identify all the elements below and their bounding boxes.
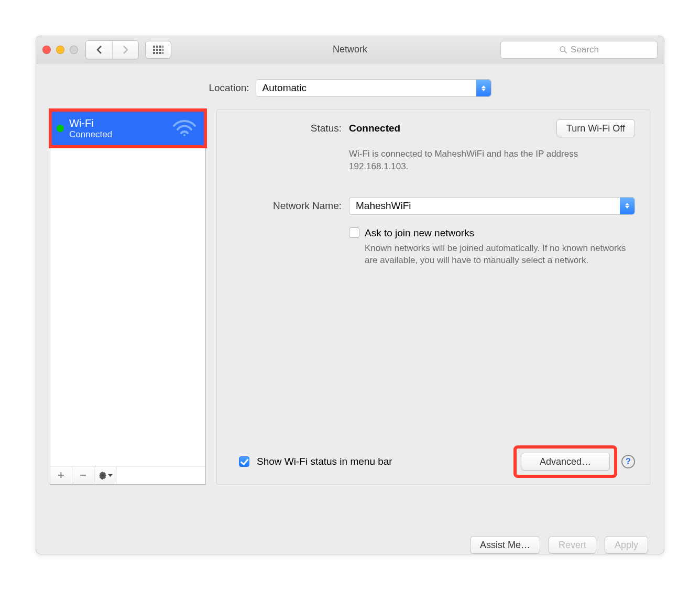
status-label: Status:	[225, 119, 349, 134]
location-row: Location: Automatic	[36, 63, 664, 110]
svg-rect-8	[153, 52, 155, 54]
help-button[interactable]: ?	[621, 455, 635, 468]
show-status-checkbox[interactable]	[239, 456, 249, 467]
search-placeholder: Search	[571, 45, 599, 55]
location-label: Location:	[209, 82, 249, 94]
network-name-label: Network Name:	[225, 197, 349, 212]
main-area: Wi-Fi Connected + −	[36, 110, 664, 526]
ask-join-label: Ask to join new networks	[365, 227, 635, 239]
status-dot-icon	[57, 125, 64, 132]
svg-rect-5	[156, 49, 158, 51]
svg-marker-16	[108, 474, 113, 476]
forward-button[interactable]	[112, 41, 138, 59]
svg-rect-11	[162, 52, 163, 54]
zoom-window-button[interactable]	[70, 46, 78, 54]
status-row: Status: Connected Turn Wi-Fi Off Wi-Fi i…	[225, 119, 635, 173]
apply-button[interactable]: Apply	[605, 536, 648, 554]
status-detail: Wi-Fi is connected to MaheshWiFi and has…	[349, 145, 635, 173]
svg-rect-3	[162, 46, 163, 48]
svg-point-12	[560, 47, 565, 51]
svg-rect-1	[156, 46, 158, 48]
ask-join-checkbox[interactable]	[349, 227, 359, 238]
sidebar-toolbar: + −	[50, 466, 206, 485]
assist-me-button[interactable]: Assist Me…	[470, 536, 540, 554]
service-name: Wi-Fi	[69, 117, 112, 129]
service-list[interactable]: Wi-Fi Connected	[50, 110, 206, 466]
svg-rect-7	[162, 49, 163, 51]
service-actions-button[interactable]	[94, 466, 116, 484]
show-status-label: Show Wi-Fi status in menu bar	[257, 456, 392, 467]
revert-button[interactable]: Revert	[549, 536, 596, 554]
close-window-button[interactable]	[42, 46, 51, 54]
network-name-value: MaheshWiFi	[356, 200, 411, 212]
svg-rect-9	[156, 52, 158, 54]
details-panel: Status: Connected Turn Wi-Fi Off Wi-Fi i…	[216, 110, 650, 485]
window-footer: Assist Me… Revert Apply	[36, 526, 664, 554]
svg-rect-10	[159, 52, 161, 54]
search-icon	[559, 46, 567, 54]
advanced-button[interactable]: Advanced…	[521, 453, 610, 471]
wifi-icon	[172, 118, 197, 139]
network-name-row: Network Name: MaheshWiFi	[225, 197, 635, 215]
ask-join-row: Ask to join new networks Known networks …	[225, 227, 635, 267]
chevron-updown-icon	[620, 198, 635, 214]
chevron-down-icon	[108, 473, 113, 478]
nav-buttons	[85, 40, 139, 59]
back-button[interactable]	[86, 41, 112, 59]
sidebar-container: Wi-Fi Connected + −	[50, 110, 206, 526]
location-select[interactable]: Automatic	[256, 79, 491, 97]
location-value: Automatic	[262, 82, 307, 94]
chevron-updown-icon	[476, 80, 491, 96]
svg-rect-4	[153, 49, 155, 51]
add-service-button[interactable]: +	[50, 466, 72, 484]
gear-icon	[98, 471, 107, 480]
show-all-button[interactable]	[145, 41, 171, 59]
status-value: Connected	[349, 123, 400, 134]
search-input[interactable]: Search	[500, 41, 658, 59]
svg-line-13	[564, 51, 567, 53]
sidebar-toolbar-spacer	[116, 466, 205, 484]
details-footer: Show Wi-Fi status in menu bar Advanced… …	[225, 449, 635, 475]
service-text: Wi-Fi Connected	[69, 117, 112, 140]
service-status: Connected	[69, 129, 112, 140]
traffic-lights	[42, 46, 78, 54]
ask-join-detail: Known networks will be joined automatica…	[365, 239, 635, 267]
svg-rect-2	[159, 46, 161, 48]
svg-rect-0	[153, 46, 155, 48]
wifi-toggle-button[interactable]: Turn Wi-Fi Off	[556, 119, 635, 137]
network-preferences-window: Network Search Location: Automatic Wi-Fi…	[36, 36, 664, 554]
remove-service-button[interactable]: −	[72, 466, 94, 484]
sidebar-item-wifi[interactable]: Wi-Fi Connected	[50, 110, 205, 147]
titlebar: Network Search	[36, 36, 664, 63]
network-name-select[interactable]: MaheshWiFi	[349, 197, 635, 215]
svg-point-14	[183, 134, 185, 136]
minimize-window-button[interactable]	[56, 46, 64, 54]
advanced-highlight: Advanced…	[517, 449, 614, 475]
svg-rect-6	[159, 49, 161, 51]
